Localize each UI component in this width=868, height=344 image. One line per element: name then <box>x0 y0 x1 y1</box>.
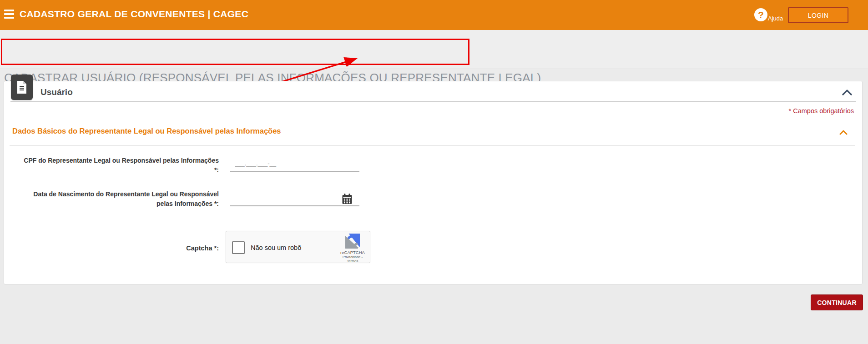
calendar-icon[interactable] <box>342 194 352 204</box>
birthdate-label-line1: Data de Nascimento do Representante Lega… <box>13 189 219 199</box>
chevron-up-icon[interactable] <box>842 90 852 95</box>
help-label: Ajuda <box>768 15 783 22</box>
captcha-label: Captcha *: <box>13 244 219 253</box>
hamburger-menu-icon[interactable] <box>4 10 14 19</box>
user-panel: Usuário * Campos obrigatórios Dados Bási… <box>4 81 863 284</box>
cpf-label-text: CPF do Representante Legal ou Responsáve… <box>13 156 219 165</box>
cpf-input[interactable] <box>230 158 359 172</box>
birthdate-input[interactable] <box>230 193 359 206</box>
recaptcha-text[interactable]: Não sou um robô <box>251 231 301 264</box>
app-title: CADASTRO GERAL DE CONVENENTES | CAGEC <box>20 0 248 30</box>
panel-header-divider <box>10 101 856 102</box>
recaptcha-logo-icon <box>345 234 360 249</box>
help-icon[interactable]: ? <box>754 8 767 21</box>
section-divider <box>10 145 855 146</box>
panel-title: Usuário <box>40 87 73 97</box>
recaptcha-widget: Não sou um robô reCAPTCHA Privaci <box>226 231 370 263</box>
required-fields-note: * Campos obrigatórios <box>789 107 854 115</box>
page: CADASTRO GERAL DE CONVENENTES | CAGEC ? … <box>0 0 868 344</box>
app-header: CADASTRO GERAL DE CONVENENTES | CAGEC ? … <box>0 0 868 30</box>
recaptcha-brand: reCAPTCHA <box>338 250 368 255</box>
cpf-label: CPF do Representante Legal ou Responsáve… <box>13 156 219 175</box>
login-button[interactable]: LOGIN <box>788 7 848 23</box>
continue-button[interactable]: CONTINUAR <box>811 294 863 310</box>
section-title: Dados Básicos do Representante Legal ou … <box>12 127 281 135</box>
recaptcha-privacy-terms-links[interactable]: Privacidade - Termos <box>338 255 368 263</box>
chevron-up-icon[interactable] <box>839 130 848 135</box>
page-title-bar: CADASTRAR USUÁRIO (RESPONSÁVEL PELAS INF… <box>0 30 868 69</box>
birthdate-label-line2: pelas Informações *: <box>13 199 219 209</box>
help-control[interactable]: ? Ajuda <box>754 8 789 23</box>
birthdate-label: Data de Nascimento do Representante Lega… <box>13 189 219 209</box>
recaptcha-checkbox[interactable] <box>232 241 245 254</box>
cpf-required-mark: *: <box>13 165 219 175</box>
document-icon <box>11 75 33 100</box>
